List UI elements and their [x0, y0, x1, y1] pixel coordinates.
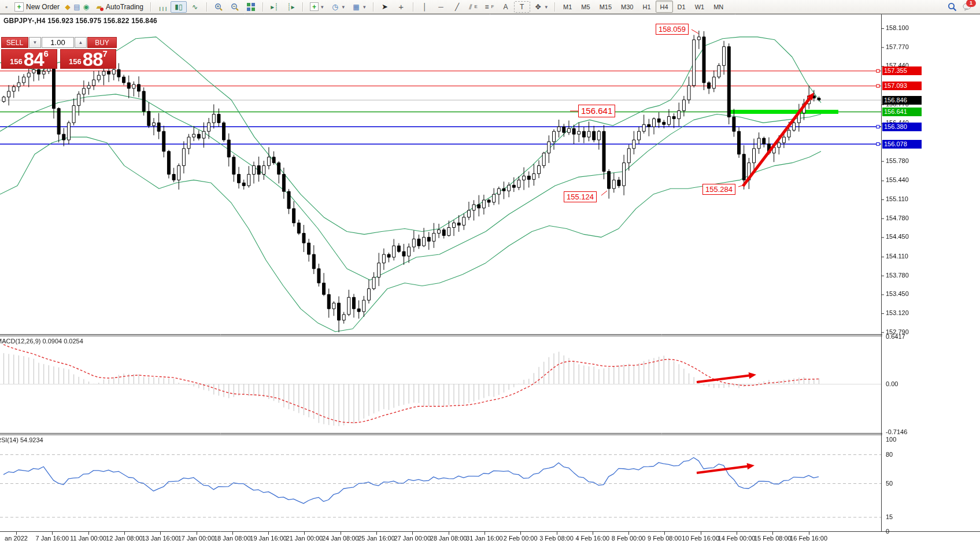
- sell-price-prefix: 156: [10, 56, 23, 68]
- buy-price-pip: 7: [103, 50, 108, 57]
- buy-price-main: 88: [83, 51, 103, 68]
- volume-input[interactable]: 1.00: [42, 37, 74, 48]
- buy-price-prefix: 156: [69, 56, 82, 68]
- buy-price-display[interactable]: 156 88 7: [60, 49, 116, 69]
- volume-decrease-button[interactable]: ▼: [29, 37, 41, 48]
- sell-price-pip: 6: [44, 50, 49, 57]
- chart-canvas[interactable]: [0, 0, 980, 544]
- sell-price-display[interactable]: 156 84 6: [1, 49, 57, 69]
- one-click-trading-panel: SELL ▼ 1.00 ▲ BUY 156 84 6 156 88 7: [1, 37, 117, 69]
- mt4-terminal-window: ▪ + New Order ◆ ▤ ◉ ▰ AutoTrading ╷╷╷ ▮▯…: [0, 0, 980, 544]
- buy-button[interactable]: BUY: [87, 37, 117, 48]
- volume-increase-button[interactable]: ▲: [75, 37, 87, 48]
- sell-price-main: 84: [24, 51, 44, 68]
- sell-button[interactable]: SELL: [1, 37, 28, 48]
- chart-window: GBPJPY-,H4 156.923 156.975 156.822 156.8…: [0, 14, 980, 544]
